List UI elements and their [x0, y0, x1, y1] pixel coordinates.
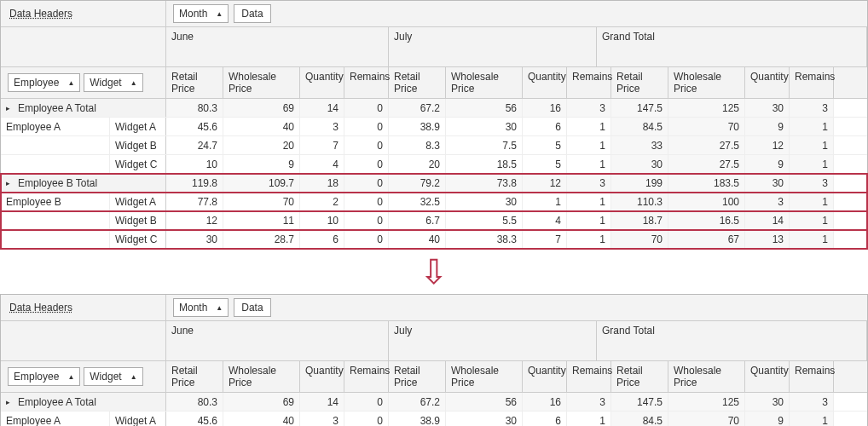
- cell-remains: 0: [344, 211, 389, 229]
- row-header: Widget B: [1, 211, 166, 229]
- col-header[interactable]: Wholesale Price: [223, 67, 300, 98]
- cell-retail-price: 119.8: [166, 174, 223, 192]
- cell-quantity: 14: [745, 211, 790, 229]
- cell-quantity: 1: [523, 193, 567, 210]
- cell-remains: 0: [344, 136, 389, 154]
- col-header[interactable]: Remains: [567, 67, 611, 98]
- expand-icon[interactable]: ▸: [6, 179, 14, 187]
- employee-field-button[interactable]: Employee▲: [8, 73, 80, 92]
- grand-total-header[interactable]: Grand Total: [597, 27, 867, 66]
- col-header[interactable]: Quantity: [300, 361, 344, 392]
- cell-retail-price: 12: [166, 211, 223, 229]
- widget-field-button[interactable]: Widget▲: [84, 367, 142, 386]
- cell-wholesale-price: 40: [223, 412, 300, 426]
- month-header-july[interactable]: July: [389, 27, 597, 66]
- widget-cell[interactable]: Widget A: [110, 196, 165, 208]
- table-row: Employee A Widget A 45.6403038.9306184.5…: [1, 118, 867, 136]
- cell-retail-price: 24.7: [166, 136, 223, 154]
- col-header[interactable]: Retail Price: [611, 361, 668, 392]
- data-headers-area: Data Headers: [1, 1, 166, 26]
- widget-cell[interactable]: Widget B: [110, 215, 165, 227]
- month-header-june[interactable]: June: [166, 27, 389, 66]
- month-header-july[interactable]: July: [389, 321, 597, 360]
- cell-wholesale-price: 30: [446, 412, 523, 426]
- employee-field-button[interactable]: Employee▲: [8, 367, 80, 386]
- cell-quantity: 7: [300, 136, 344, 154]
- widget-field-button[interactable]: Widget▲: [84, 73, 142, 92]
- col-header[interactable]: Wholesale Price: [668, 361, 745, 392]
- cell-retail-price: 6.7: [389, 211, 446, 229]
- widget-cell[interactable]: Widget A: [110, 121, 165, 133]
- month-field-button[interactable]: Month▲: [173, 4, 229, 23]
- data-headers-label: Data Headers: [9, 8, 72, 20]
- widget-cell[interactable]: Widget C: [110, 233, 165, 245]
- employee-cell[interactable]: Employee B: [1, 193, 110, 210]
- col-header[interactable]: Quantity: [523, 361, 567, 392]
- total-row-header[interactable]: ▸ Employee A Total: [1, 393, 166, 411]
- col-header[interactable]: Remains: [790, 67, 834, 98]
- pivot-grid: Data Headers Month▲ Data June July Grand…: [0, 294, 868, 426]
- cell-wholesale-price: 5.5: [446, 211, 523, 229]
- col-header[interactable]: Wholesale Price: [223, 361, 300, 392]
- cell-quantity: 30: [745, 174, 790, 192]
- data-field-button[interactable]: Data: [234, 298, 270, 317]
- cell-remains: 1: [567, 230, 611, 248]
- cell-quantity: 7: [523, 230, 567, 248]
- cell-remains: 1: [567, 211, 611, 229]
- employee-cell[interactable]: [1, 211, 110, 229]
- col-header[interactable]: Quantity: [523, 67, 567, 98]
- cell-remains: 0: [344, 118, 389, 135]
- col-header[interactable]: Retail Price: [166, 67, 223, 98]
- cell-quantity: 13: [745, 230, 790, 248]
- col-header[interactable]: Quantity: [300, 67, 344, 98]
- expand-icon[interactable]: ▸: [6, 398, 14, 406]
- table-row: Widget B 12111006.75.54118.716.5141: [1, 211, 867, 230]
- row-header: Widget C: [1, 155, 166, 173]
- employee-cell[interactable]: Employee A: [1, 412, 110, 426]
- col-header[interactable]: Quantity: [745, 67, 790, 98]
- cell-wholesale-price: 109.7: [223, 174, 300, 192]
- col-header[interactable]: Retail Price: [166, 361, 223, 392]
- col-header[interactable]: Wholesale Price: [668, 67, 745, 98]
- cell-wholesale-price: 18.5: [446, 155, 523, 173]
- cell-quantity: 30: [745, 393, 790, 411]
- col-header[interactable]: Quantity: [745, 361, 790, 392]
- cell-quantity: 6: [300, 230, 344, 248]
- cell-quantity: 5: [523, 136, 567, 154]
- total-row-header[interactable]: ▸ Employee B Total: [1, 174, 166, 192]
- col-header[interactable]: Retail Price: [389, 67, 446, 98]
- cell-wholesale-price: 56: [446, 99, 523, 117]
- employee-cell[interactable]: [1, 136, 110, 154]
- row-fields-area: [1, 27, 166, 66]
- cell-wholesale-price: 11: [223, 211, 300, 229]
- widget-cell[interactable]: Widget C: [110, 158, 165, 170]
- col-header[interactable]: Retail Price: [389, 361, 446, 392]
- widget-cell[interactable]: Widget B: [110, 140, 165, 152]
- cell-retail-price: 80.3: [166, 99, 223, 117]
- employee-cell[interactable]: [1, 155, 110, 173]
- expand-icon[interactable]: ▸: [6, 104, 14, 112]
- cell-quantity: 16: [523, 393, 567, 411]
- col-header[interactable]: Retail Price: [611, 67, 668, 98]
- total-row-header[interactable]: ▸ Employee A Total: [1, 99, 166, 117]
- month-field-button[interactable]: Month▲: [173, 298, 229, 317]
- employee-cell[interactable]: Employee A: [1, 118, 110, 135]
- cell-retail-price: 38.9: [389, 412, 446, 426]
- month-header-june[interactable]: June: [166, 321, 389, 360]
- table-row: Employee B Widget A 77.8702032.53011110.…: [1, 193, 867, 211]
- grand-total-header[interactable]: Grand Total: [597, 321, 867, 360]
- col-header[interactable]: Wholesale Price: [446, 361, 523, 392]
- col-header[interactable]: Remains: [790, 361, 834, 392]
- col-header[interactable]: Remains: [344, 361, 389, 392]
- col-header[interactable]: Remains: [344, 67, 389, 98]
- data-field-button[interactable]: Data: [234, 4, 270, 23]
- employee-cell[interactable]: [1, 230, 110, 248]
- cell-quantity: 9: [745, 118, 790, 135]
- row-fields-area: Employee▲ Widget▲: [1, 67, 166, 98]
- cell-remains: 1: [567, 412, 611, 426]
- cell-remains: 3: [567, 393, 611, 411]
- col-header[interactable]: Remains: [567, 361, 611, 392]
- widget-cell[interactable]: Widget A: [110, 415, 165, 427]
- col-header[interactable]: Wholesale Price: [446, 67, 523, 98]
- sort-asc-icon: ▲: [130, 79, 137, 87]
